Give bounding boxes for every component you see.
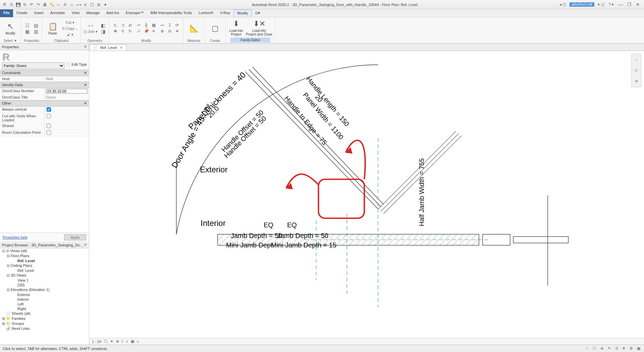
room-calc-checkbox[interactable] xyxy=(47,130,51,135)
status-icon-7[interactable]: ⚙ xyxy=(629,346,634,351)
qat-text-icon[interactable]: A xyxy=(62,2,68,7)
tab-modify[interactable]: Modify xyxy=(233,9,252,17)
view-icon-1[interactable]: ☐ xyxy=(104,339,107,344)
qat-undo-icon[interactable]: ↶ xyxy=(29,2,34,7)
prop-icon[interactable]: ☷ xyxy=(24,23,31,28)
join-button[interactable]: ◫ Join ▾ xyxy=(84,29,98,34)
qat-thin-icon[interactable]: ≡ xyxy=(83,2,88,7)
section-other[interactable]: Other✕ xyxy=(0,100,89,107)
status-icon-6[interactable]: ▼ xyxy=(621,346,627,351)
mirror-icon[interactable]: ⇄ xyxy=(127,23,133,28)
panel-label-select[interactable]: Select ▼ xyxy=(3,39,18,43)
browser-left[interactable]: Left xyxy=(0,302,89,306)
modify-button[interactable]: ↖ Modify xyxy=(3,22,18,35)
status-icon-3[interactable]: ⊕ xyxy=(599,346,604,351)
load-close-button[interactable]: ⬇✕Load into Project and Close xyxy=(246,19,272,36)
tab-view[interactable]: View xyxy=(68,9,83,17)
qat-drop-icon[interactable]: ▾ xyxy=(103,2,108,7)
cut-button[interactable]: Cut ▾ xyxy=(62,20,78,25)
scale-icon[interactable]: ⤢ xyxy=(136,29,142,34)
status-icon-5[interactable]: :0 xyxy=(614,346,619,351)
status-icon-1[interactable]: ⟟ xyxy=(584,346,590,351)
cut-voids-checkbox[interactable] xyxy=(47,114,51,118)
mod-icon-d[interactable]: ⊕ xyxy=(159,29,166,34)
copy-icon[interactable]: ⎘ xyxy=(119,29,126,34)
qat-section-icon[interactable]: ⟶ xyxy=(76,2,81,7)
mod-icon-b[interactable]: ↧ xyxy=(166,23,173,28)
help-icon[interactable]: ? ▾ xyxy=(609,2,614,7)
qat-close-icon[interactable]: ☐ xyxy=(89,2,95,7)
minimize-button[interactable]: — xyxy=(617,2,625,7)
omni-number-input[interactable] xyxy=(46,89,88,94)
view-icon-6[interactable]: ▦ xyxy=(131,339,134,344)
tab-addins[interactable]: Add-Ins xyxy=(103,9,122,17)
mod-icon-e[interactable]: ⊖ xyxy=(166,29,173,34)
shared-checkbox[interactable] xyxy=(47,124,51,128)
drawing-canvas[interactable]: ⌂ ◎ ✥ xyxy=(89,51,644,338)
pin-icon[interactable]: 📌 xyxy=(143,29,150,34)
view-tab-close-icon[interactable]: ✕ xyxy=(120,46,123,50)
browser-ref-level[interactable]: Ref. Level xyxy=(0,258,89,263)
edit-type-button[interactable]: 📄 Edit Type xyxy=(66,62,87,69)
browser-right[interactable]: Right xyxy=(0,306,89,311)
tab-manage[interactable]: Manage xyxy=(83,9,103,17)
trim-icon[interactable]: ✂ xyxy=(136,23,142,28)
tab-insert[interactable]: Insert xyxy=(31,9,47,17)
tab-lumion[interactable]: Lumion® xyxy=(195,9,217,17)
unpin-icon[interactable]: ✕ xyxy=(150,29,157,34)
qat-open-icon[interactable]: ⎘ xyxy=(9,2,14,7)
view-icon-7[interactable]: < xyxy=(137,340,139,344)
properties-close-icon[interactable]: ✕ xyxy=(84,45,87,49)
view-icon-4[interactable]: ⟟ xyxy=(122,339,123,344)
project-browser[interactable]: ⊟⊙ Views (all) ⊟Floor Plans Ref. Level ⊟… xyxy=(0,248,89,345)
load-project-button[interactable]: ⬇Load into Project xyxy=(228,19,244,36)
apply-button[interactable]: Apply xyxy=(64,234,86,240)
always-vertical-checkbox[interactable] xyxy=(47,107,51,112)
project-icon[interactable]: ▥ xyxy=(33,29,39,34)
browser-3d[interactable]: {3D} xyxy=(0,283,89,287)
move-icon[interactable]: ✥ xyxy=(112,29,119,34)
cart-icon[interactable]: ▾ 🛒 xyxy=(598,2,605,7)
array-icon[interactable]: ▦ xyxy=(150,23,157,28)
close-button[interactable]: ✕ xyxy=(634,2,641,7)
tab-create[interactable]: Create xyxy=(13,9,31,17)
tab-file[interactable]: File xyxy=(0,9,13,17)
section-identity[interactable]: Identity Data✕ xyxy=(0,82,89,88)
status-icon-2[interactable]: ☐ xyxy=(592,346,597,351)
status-icon-4[interactable]: ✎ xyxy=(606,346,612,351)
qat-save-icon[interactable]: 💾 xyxy=(15,2,21,7)
rotate-icon[interactable]: ↻ xyxy=(127,29,133,34)
cope-button[interactable]: ⟣ ▾ xyxy=(84,23,98,28)
geom-icon-2[interactable]: ◨ xyxy=(100,29,106,34)
browser-view1[interactable]: View 1 xyxy=(0,278,89,283)
info-icon[interactable]: ◂ ⓘ xyxy=(559,2,566,7)
tab-bim[interactable]: BIM Interoperability Tools xyxy=(147,9,195,17)
tab-enscape[interactable]: Enscape™ xyxy=(122,9,147,17)
mod-icon-a[interactable]: ↦ xyxy=(159,23,166,28)
delete-icon[interactable]: ✕ xyxy=(174,29,180,34)
browser-close-icon[interactable]: ✕ xyxy=(84,243,87,247)
view-icon-5[interactable]: ⟡ xyxy=(126,339,128,344)
align-icon[interactable]: ⊏ xyxy=(112,23,119,28)
qat-3d-icon[interactable]: ⌂ xyxy=(69,2,74,7)
browser-ref-level-2[interactable]: Ref. Level xyxy=(0,268,89,273)
revit-icon[interactable]: R xyxy=(2,2,7,7)
offset-icon[interactable]: ⊐ xyxy=(119,23,126,28)
view-icon-2[interactable]: ☀ xyxy=(110,339,113,344)
view-tab-ref-level[interactable]: 📄 Ref. Level ✕ xyxy=(89,44,126,51)
view-scale[interactable]: 1 : 24 xyxy=(92,340,101,344)
qat-sync-icon[interactable]: ↻ xyxy=(22,2,28,7)
tab-extra-icon[interactable]: ⊡▾ xyxy=(252,9,264,17)
properties-help-link[interactable]: Properties help xyxy=(3,235,28,239)
create-button[interactable]: ▢ xyxy=(207,24,223,33)
user-badge[interactable]: aRcHiTeCt.IM xyxy=(570,2,594,7)
copy-button[interactable]: ⎘ Copy ▾ xyxy=(62,26,78,31)
split-icon[interactable]: ╫ xyxy=(143,23,150,28)
qat-switch-icon[interactable]: ⧉ xyxy=(96,2,101,7)
qat-dim-icon[interactable]: ↔ xyxy=(56,2,61,7)
tab-vray[interactable]: V-Ray xyxy=(217,9,233,17)
paste-button[interactable]: 📋 Paste xyxy=(45,22,60,35)
measure-button[interactable]: 📐 xyxy=(186,24,202,33)
section-constraints[interactable]: Constraints✕ xyxy=(0,70,89,76)
qat-measure-icon[interactable]: 📏 xyxy=(49,2,54,7)
